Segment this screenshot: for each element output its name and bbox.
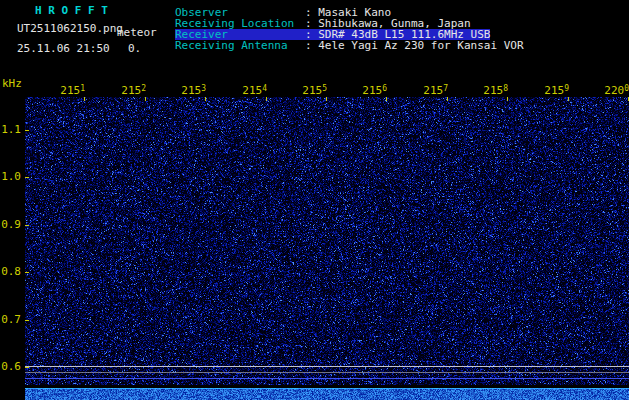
x-tick-label: 2155 [289, 83, 327, 95]
x-tick-label: 2154 [229, 83, 267, 95]
x-tick-label: 2159 [531, 83, 569, 95]
x-tick-sup: 2 [141, 84, 146, 93]
x-tick-base: 215 [242, 84, 262, 97]
echo-count: 0. [128, 43, 141, 55]
x-tick-sup: 8 [503, 84, 508, 93]
x-tick-sup: 6 [382, 84, 387, 93]
x-tick-label: 2157 [410, 83, 448, 95]
x-tick-sup: 0 [624, 84, 629, 93]
date-time: 25.11.06 21:50 [17, 43, 110, 55]
info-label: Receiving Antenna [175, 40, 305, 51]
x-tick-label: 2158 [470, 83, 508, 95]
x-tick-base: 215 [362, 84, 382, 97]
station-info-table: Observer : Masaki Kano Receiving Locatio… [175, 7, 524, 51]
x-tick-sup: 7 [443, 84, 448, 93]
y-tick-label: 1.0 [0, 171, 21, 182]
y-tick-label: 0.6 [0, 361, 21, 372]
spectrogram-canvas [25, 97, 629, 400]
app-title: H R O F F T [35, 5, 108, 17]
x-tick-base: 215 [544, 84, 564, 97]
y-tick-label: 1.1 [0, 124, 21, 135]
x-tick-sup: 5 [322, 84, 327, 93]
x-tick-base: 220 [604, 84, 624, 97]
y-tick-label: 0.9 [0, 219, 21, 230]
x-tick-base: 215 [181, 84, 201, 97]
mode-label: meteor [117, 27, 157, 39]
x-tick-label: 2200 [591, 83, 629, 95]
x-tick-base: 215 [121, 84, 141, 97]
x-tick-label: 2153 [168, 83, 206, 95]
x-tick-label: 2156 [349, 83, 387, 95]
x-tick-label: 2152 [108, 83, 146, 95]
info-value: : 4ele Yagi Az 230 for Kansai VOR [305, 40, 524, 51]
x-tick-base: 215 [483, 84, 503, 97]
x-tick-sup: 9 [564, 84, 569, 93]
x-tick-base: 215 [423, 84, 443, 97]
x-tick-sup: 1 [80, 84, 85, 93]
x-tick-label: 2151 [47, 83, 85, 95]
info-row-antenna: Receiving Antenna : 4ele Yagi Az 230 for… [175, 40, 524, 51]
x-tick-base: 215 [60, 84, 80, 97]
output-filename: UT2511062150.png [17, 23, 123, 35]
x-tick-sup: 4 [262, 84, 267, 93]
y-tick-label: 0.8 [0, 266, 21, 277]
x-tick-base: 215 [302, 84, 322, 97]
x-tick-sup: 3 [201, 84, 206, 93]
y-tick-label: 0.7 [0, 314, 21, 325]
y-axis-unit: kHz [2, 78, 22, 90]
hrofft-screen: H R O F F T UT2511062150.png meteor 25.1… [0, 0, 629, 400]
